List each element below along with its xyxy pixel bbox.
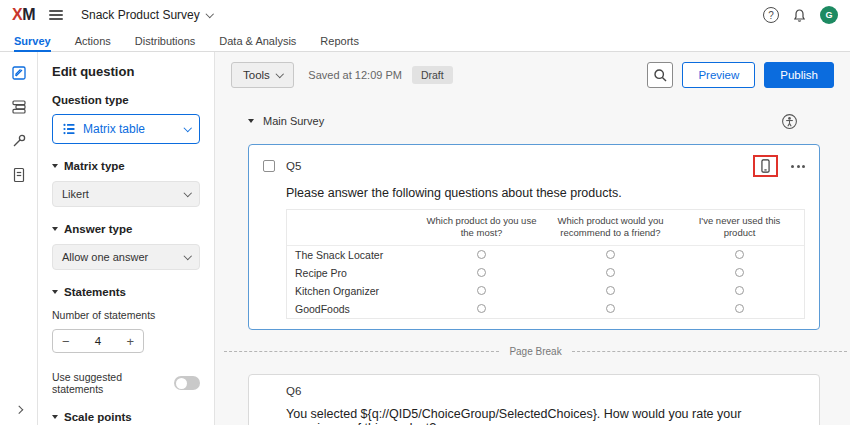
survey-flow-icon[interactable]	[10, 98, 28, 116]
help-icon: ?	[768, 10, 774, 21]
topbar-actions: ? G	[763, 6, 838, 24]
scale-points-section[interactable]: Scale points	[52, 411, 200, 423]
radio-button[interactable]	[606, 304, 615, 313]
annotation-highlight	[753, 155, 778, 177]
more-options-icon[interactable]	[791, 161, 805, 172]
radio-button[interactable]	[735, 286, 744, 295]
caret-down-icon[interactable]	[248, 119, 254, 123]
left-icon-rail	[0, 52, 38, 425]
matrix-type-section[interactable]: Matrix type	[52, 160, 200, 172]
expand-panel-chevron[interactable]	[16, 401, 22, 415]
answer-type-section[interactable]: Answer type	[52, 223, 200, 235]
matrix-column-header[interactable]: I've never used this product	[675, 210, 804, 245]
logo-letter-m: M	[22, 6, 35, 23]
block-title: Main Survey	[263, 115, 324, 127]
radio-button[interactable]	[477, 286, 486, 295]
q5-checkbox[interactable]	[263, 160, 275, 172]
block-header: Main Survey	[248, 106, 820, 136]
matrix-row-label[interactable]: The Snack Locater	[287, 246, 417, 264]
radio-button[interactable]	[735, 250, 744, 259]
survey-name-dropdown[interactable]: Snack Product Survey	[81, 8, 212, 22]
survey-builder-main: Tools Saved at 12:09 PM Draft Preview Pu…	[215, 52, 850, 425]
radio-button[interactable]	[735, 304, 744, 313]
number-of-statements-label: Number of statements	[52, 309, 200, 321]
matrix-row: The Snack Locater	[287, 246, 804, 264]
q5-id: Q5	[286, 160, 301, 172]
caret-down-icon	[52, 290, 58, 294]
statements-count: 4	[95, 335, 101, 347]
matrix-row: Kitchen Organizer	[287, 282, 804, 300]
search-icon	[653, 68, 668, 83]
main-nav: Survey Actions Distributions Data & Anal…	[0, 30, 850, 52]
notifications-bell-icon[interactable]	[792, 8, 807, 23]
radio-button[interactable]	[477, 304, 486, 313]
answer-type-value: Allow one answer	[62, 251, 148, 263]
matrix-column-header[interactable]: Which product would you recommend to a f…	[546, 210, 675, 245]
panel-title: Edit question	[52, 64, 200, 79]
matrix-row-label[interactable]: Kitchen Organizer	[287, 282, 417, 300]
answer-type-select[interactable]: Allow one answer	[52, 244, 200, 270]
radio-button[interactable]	[606, 268, 615, 277]
builder-toolbar: Tools Saved at 12:09 PM Draft Preview Pu…	[215, 52, 850, 98]
look-and-feel-icon[interactable]	[10, 132, 28, 150]
tab-distributions[interactable]: Distributions	[135, 30, 196, 51]
avatar-initial: G	[825, 10, 832, 20]
radio-button[interactable]	[477, 268, 486, 277]
matrix-row-label[interactable]: GoodFoods	[287, 300, 417, 318]
q5-header-actions	[753, 155, 805, 177]
increment-button[interactable]: +	[126, 335, 134, 348]
mobile-preview-icon[interactable]	[758, 158, 773, 174]
preview-button[interactable]: Preview	[682, 62, 755, 88]
matrix-table: Which product do you use the most? Which…	[286, 209, 805, 319]
logo-letter-x: X	[12, 6, 22, 23]
accessibility-icon[interactable]	[781, 113, 798, 130]
avatar[interactable]: G	[820, 6, 838, 24]
radio-button[interactable]	[606, 250, 615, 259]
tab-reports[interactable]: Reports	[320, 30, 359, 51]
statements-stepper: − 4 +	[52, 329, 144, 353]
question-card-q6[interactable]: Q6 You selected ${q://QID5/ChoiceGroup/S…	[248, 374, 820, 425]
caret-down-icon	[52, 164, 58, 168]
matrix-column-header[interactable]: Which product do you use the most?	[417, 210, 546, 245]
radio-button[interactable]	[735, 268, 744, 277]
question-type-select[interactable]: Matrix table	[52, 114, 200, 144]
chevron-down-icon	[276, 70, 284, 78]
survey-canvas: Main Survey Q5 Please answ	[215, 98, 850, 425]
tab-actions[interactable]: Actions	[75, 30, 111, 51]
tools-button[interactable]: Tools	[231, 62, 294, 88]
edit-question-panel: Edit question Question type Matrix table…	[38, 52, 215, 425]
survey-options-icon[interactable]	[10, 166, 28, 184]
builder-icon[interactable]	[10, 64, 28, 82]
statements-section[interactable]: Statements	[52, 286, 200, 298]
radio-button[interactable]	[606, 286, 615, 295]
tab-data-analysis[interactable]: Data & Analysis	[219, 30, 296, 51]
q6-question-text[interactable]: You selected ${q://QID5/ChoiceGroup/Sele…	[286, 407, 805, 425]
matrix-row: Recipe Pro	[287, 264, 804, 282]
search-button[interactable]	[647, 62, 673, 88]
suggested-statements-toggle[interactable]	[174, 376, 200, 390]
matrix-table-icon	[62, 122, 76, 136]
q6-id: Q6	[286, 385, 805, 397]
matrix-type-select[interactable]: Likert	[52, 181, 200, 207]
chevron-down-icon	[206, 10, 214, 18]
help-button[interactable]: ?	[763, 7, 779, 23]
scale-points-label: Scale points	[64, 411, 132, 423]
suggested-statements-row: Use suggested statements	[52, 371, 200, 395]
publish-button[interactable]: Publish	[764, 62, 834, 88]
radio-button[interactable]	[477, 250, 486, 259]
matrix-type-label: Matrix type	[64, 160, 125, 172]
matrix-row-label[interactable]: Recipe Pro	[287, 264, 417, 282]
page-break-label: Page Break	[509, 346, 561, 357]
question-card-q5[interactable]: Q5 Please answer the following questions…	[248, 144, 820, 330]
matrix-header-row: Which product do you use the most? Which…	[287, 210, 804, 246]
question-type-value: Matrix table	[83, 122, 145, 136]
decrement-button[interactable]: −	[62, 335, 70, 348]
toolbar-actions: Preview Publish	[647, 62, 834, 88]
survey-name: Snack Product Survey	[81, 8, 200, 22]
caret-down-icon	[52, 415, 58, 419]
menu-icon[interactable]	[49, 10, 63, 20]
topbar: XM Snack Product Survey ? G	[0, 0, 850, 30]
chevron-down-icon	[183, 189, 191, 197]
q5-question-text[interactable]: Please answer the following questions ab…	[286, 186, 805, 200]
tab-survey[interactable]: Survey	[14, 30, 51, 51]
